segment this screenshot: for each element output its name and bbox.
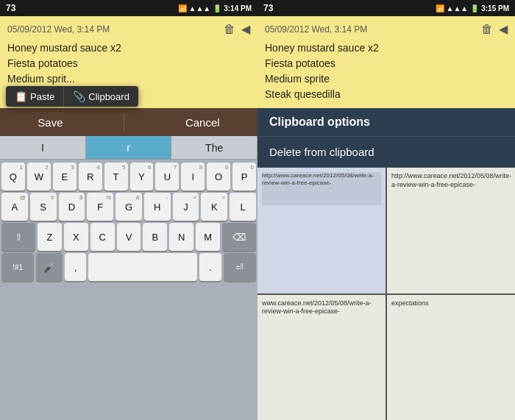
- delete-from-clipboard-option[interactable]: Delete from clipboard: [258, 137, 515, 168]
- right-note-line-4: Steak quesedilla: [265, 87, 508, 102]
- key-6[interactable]: 6Y: [130, 163, 154, 191]
- right-wifi-icon: 📶: [436, 4, 444, 13]
- paste-menu-item[interactable]: 📋 Paste: [6, 86, 64, 107]
- key-dash[interactable]: -H: [144, 193, 171, 221]
- suggestion-bar: I r The: [0, 136, 258, 160]
- paste-label: Paste: [30, 91, 54, 102]
- clipboard-dropdown: Clipboard options Delete from clipboard: [258, 108, 515, 168]
- action-divider: [124, 113, 124, 131]
- key-7[interactable]: 7U: [155, 163, 179, 191]
- key-amp[interactable]: &G: [116, 193, 142, 221]
- right-phone-panel: 73 📶 ▲▲▲ 🔋 3:15 PM 05/09/2012 Wed, 3:14 …: [258, 0, 515, 420]
- clipboard-cell-2[interactable]: http://www.careace.net/2012/05/08/write-…: [387, 168, 515, 293]
- suggestion-i[interactable]: I: [0, 136, 86, 159]
- key-0[interactable]: 0P: [232, 163, 256, 191]
- left-note-date: 05/09/2012 Wed, 3:14 PM: [7, 24, 110, 35]
- key-at[interactable]: @A: [1, 193, 28, 221]
- right-note-line-2: Fiesta potatoes: [265, 56, 508, 71]
- key-2[interactable]: 2W: [27, 163, 51, 191]
- suggestion-r[interactable]: r: [86, 136, 172, 159]
- key-b[interactable]: B: [143, 223, 167, 251]
- clipboard-cell-4-text: expectations: [391, 299, 429, 307]
- keyboard: 1Q 2W 3E 4R 5T 6Y 7U 8I 9O 0P @A #S $D %…: [0, 160, 258, 420]
- save-button[interactable]: Save: [23, 113, 77, 132]
- left-status-bar: 73 📶 ▲▲▲ 🔋 3:14 PM: [0, 0, 258, 16]
- key-pct[interactable]: %F: [87, 193, 113, 221]
- key-l[interactable]: L: [230, 193, 256, 221]
- clipboard-cell-1-preview: http://www.careace.net/2012/05/08/write-…: [262, 172, 381, 205]
- right-note-line-1: Honey mustard sauce x2: [265, 40, 508, 56]
- key-plus[interactable]: +J: [173, 193, 199, 221]
- cancel-button[interactable]: Cancel: [171, 113, 235, 132]
- right-time: 3:15 PM: [481, 4, 509, 13]
- key-3[interactable]: 3E: [53, 163, 77, 191]
- right-back-icon[interactable]: ◀: [499, 22, 508, 36]
- wifi-icon: 📶: [178, 4, 187, 13]
- clipboard-cell-1[interactable]: http://www.careace.net/2012/05/08/write-…: [258, 168, 386, 293]
- right-note-header: 05/09/2012 Wed, 3:14 PM 🗑 ◀: [265, 22, 508, 36]
- clipboard-cell-3[interactable]: www.careace.net/2012/05/08/write-a-revie…: [258, 295, 386, 421]
- clipboard-grid: http://www.careace.net/2012/05/08/write-…: [258, 168, 515, 420]
- right-status-icons: 📶 ▲▲▲ 🔋 3:15 PM: [436, 4, 510, 13]
- key-dollar[interactable]: $D: [59, 193, 85, 221]
- right-signal: 73: [263, 3, 273, 13]
- right-signal-bars: ▲▲▲: [447, 4, 469, 13]
- space-key[interactable]: [88, 253, 197, 281]
- key-x[interactable]: X: [64, 223, 88, 251]
- paste-icon: 📋: [15, 90, 27, 102]
- key-1[interactable]: 1Q: [1, 163, 25, 191]
- keyboard-row-2: @A #S $D %F &G -H +J =K L: [1, 193, 256, 221]
- left-signal: 73: [6, 3, 15, 13]
- right-battery-icon: 🔋: [470, 4, 479, 13]
- left-note-header-icons: 🗑 ◀: [224, 22, 250, 36]
- key-v[interactable]: V: [117, 223, 141, 251]
- note-line-3: Medium sprit...: [7, 71, 250, 87]
- clipboard-cell-4[interactable]: expectations: [387, 295, 515, 421]
- shift-key[interactable]: ⇧: [1, 223, 35, 251]
- clipboard-label: Clipboard: [88, 91, 129, 102]
- back-icon[interactable]: ◀: [241, 22, 250, 36]
- left-time: 3:14 PM: [224, 4, 252, 13]
- keyboard-row-numbers: 1Q 2W 3E 4R 5T 6Y 7U 8I 9O 0P: [1, 163, 256, 191]
- left-note-area[interactable]: 05/09/2012 Wed, 3:14 PM 🗑 ◀ Honey mustar…: [0, 16, 258, 108]
- context-menu: 📋 Paste 📎 Clipboard: [6, 86, 138, 107]
- key-n[interactable]: N: [169, 223, 193, 251]
- right-note-line-3: Medium sprite: [265, 71, 508, 87]
- key-5[interactable]: 5T: [104, 163, 128, 191]
- note-line-2: Fiesta potatoes: [7, 56, 250, 71]
- right-note-header-icons: 🗑 ◀: [481, 22, 508, 36]
- key-hash[interactable]: #S: [30, 193, 57, 221]
- signal-bars-icon: ▲▲▲: [189, 4, 211, 13]
- right-note-date: 05/09/2012 Wed, 3:14 PM: [265, 24, 367, 35]
- clipboard-menu-item[interactable]: 📎 Clipboard: [64, 86, 138, 107]
- left-note-header: 05/09/2012 Wed, 3:14 PM 🗑 ◀: [7, 22, 250, 36]
- mic-key[interactable]: 🎤: [36, 253, 62, 281]
- key-c[interactable]: C: [90, 223, 115, 251]
- keyboard-row-3: ⇧ Z X C V B N M ⌫: [1, 223, 256, 251]
- clipboard-options-header: Clipboard options: [258, 108, 515, 137]
- key-8[interactable]: 8I: [181, 163, 205, 191]
- delete-icon[interactable]: 🗑: [224, 23, 235, 36]
- clipboard-cell-2-text: http://www.careace.net/2012/05/08/write-…: [391, 172, 511, 188]
- enter-key[interactable]: ⏎: [224, 253, 256, 281]
- comma-key[interactable]: ,: [65, 253, 87, 281]
- key-m[interactable]: M: [196, 223, 220, 251]
- left-status-icons: 📶 ▲▲▲ 🔋 3:14 PM: [178, 4, 252, 13]
- key-eq[interactable]: =K: [201, 193, 227, 221]
- period-key[interactable]: .: [199, 253, 221, 281]
- left-phone-panel: 73 📶 ▲▲▲ 🔋 3:14 PM 05/09/2012 Wed, 3:14 …: [0, 0, 258, 420]
- right-delete-icon[interactable]: 🗑: [481, 23, 493, 36]
- clipboard-icon: 📎: [73, 90, 85, 102]
- keyboard-row-4: !#1 🎤 , . ⏎: [1, 253, 256, 281]
- suggestion-the[interactable]: The: [171, 136, 258, 159]
- right-status-bar: 73 📶 ▲▲▲ 🔋 3:15 PM: [258, 0, 515, 16]
- num-key[interactable]: !#1: [1, 253, 34, 281]
- battery-icon: 🔋: [213, 4, 221, 13]
- right-note-area: 05/09/2012 Wed, 3:14 PM 🗑 ◀ Honey mustar…: [258, 16, 515, 108]
- backspace-key[interactable]: ⌫: [222, 223, 256, 251]
- key-4[interactable]: 4R: [79, 163, 102, 191]
- action-bar: Save Cancel: [0, 108, 258, 136]
- key-9[interactable]: 9O: [207, 163, 230, 191]
- key-z[interactable]: Z: [38, 223, 62, 251]
- right-note-content: Honey mustard sauce x2 Fiesta potatoes M…: [265, 40, 508, 102]
